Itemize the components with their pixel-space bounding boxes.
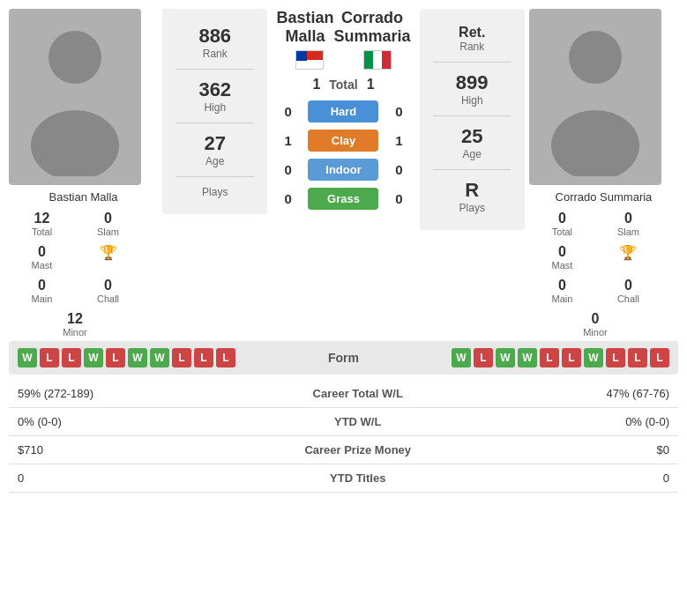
- titles-row: 0 YTD Titles 0: [9, 464, 678, 493]
- career-wl-right: 47% (67-76): [497, 380, 678, 408]
- player1-slam-cell: 0 Slam: [75, 207, 141, 241]
- total-right: 1: [367, 77, 375, 93]
- player2-slam: 0: [597, 211, 660, 226]
- player1-total-cell: 12 Total: [9, 207, 75, 241]
- main-container: Bastian Malla 12 Total 0 Slam 0 Mast 🏆: [0, 0, 687, 501]
- indoor-btn[interactable]: Indoor: [308, 159, 378, 181]
- player1-mast-cell: 0 Mast: [9, 241, 75, 274]
- career-wl-row: 59% (272-189) Career Total W/L 47% (67-7…: [9, 380, 678, 408]
- player1-slam: 0: [77, 211, 139, 226]
- flags-row: [276, 50, 410, 70]
- svg-point-3: [551, 110, 639, 176]
- player1-age-label: Age: [167, 155, 263, 167]
- player1-total: 12: [11, 211, 73, 226]
- prize-right: $0: [497, 436, 678, 464]
- surface-table: 0 Hard 0 1 Clay 1 0 Indoor: [276, 97, 410, 213]
- player1-plays-label: Plays: [167, 186, 263, 198]
- player1-high-block: 362 High: [167, 71, 263, 121]
- center-col: Bastian Malla Corrado Summaria 1 Total: [272, 9, 414, 213]
- career-wl-label: Career Total W/L: [219, 380, 497, 408]
- form-badge-l: L: [40, 348, 59, 367]
- player1-minor: 12: [44, 311, 107, 327]
- player2-mast-label: Mast: [531, 260, 594, 271]
- career-wl-left: 59% (272-189): [9, 380, 219, 408]
- titles-left: 0: [9, 464, 219, 493]
- player2-mid-stats: Ret. Rank 899 High 25 Age R Plays: [420, 9, 525, 230]
- player2-plays-block: R Plays: [424, 172, 520, 221]
- form-badge-w: W: [518, 348, 537, 367]
- player2-rank-block: Ret. Rank: [424, 18, 520, 60]
- player1-header-name: Bastian Malla: [276, 9, 333, 46]
- player1-chall-cell: 0 Chall: [75, 274, 141, 308]
- player1-high-label: High: [167, 101, 263, 114]
- player1-total-label: Total: [11, 226, 73, 237]
- indoor-right: 0: [390, 155, 410, 184]
- total-row: 1 Total 1: [276, 77, 410, 93]
- player2-minor: 0: [564, 311, 626, 327]
- total-label: Total: [329, 78, 357, 92]
- clay-btn[interactable]: Clay: [308, 130, 378, 152]
- form-badge-l: L: [474, 348, 493, 367]
- player2-total: 0: [531, 211, 594, 226]
- ytd-wl-left: 0% (0-0): [9, 408, 219, 436]
- player1-name: Bastian Malla: [9, 190, 158, 204]
- hard-btn[interactable]: Hard: [308, 100, 378, 122]
- grass-btn[interactable]: Grass: [308, 188, 378, 210]
- player2-mast: 0: [531, 244, 594, 260]
- form-badge-l: L: [628, 348, 647, 367]
- player2-chall-cell: 0 Chall: [595, 274, 661, 308]
- form-badge-l: L: [650, 348, 669, 367]
- stats-section: 59% (272-189) Career Total W/L 47% (67-7…: [9, 380, 678, 493]
- form-badge-w: W: [84, 348, 103, 367]
- player2-ret: Ret.: [424, 25, 520, 41]
- form-badge-l: L: [172, 348, 191, 367]
- player2-chall-label: Chall: [597, 293, 660, 304]
- player1-slam-label: Slam: [77, 226, 139, 237]
- player2-avatar: [529, 9, 661, 185]
- player2-main-cell: 0 Main: [529, 274, 595, 308]
- player2-age-label: Age: [424, 148, 520, 160]
- player1-rank-label: Rank: [167, 48, 263, 60]
- player2-form: WLWWLLWLLL: [452, 348, 669, 367]
- ytd-wl-right: 0% (0-0): [497, 408, 678, 436]
- player-names-header: Bastian Malla Corrado Summaria: [276, 9, 410, 46]
- clay-btn-cell: Clay: [297, 126, 390, 155]
- player2-age-value: 25: [424, 125, 520, 148]
- stats-table: 59% (272-189) Career Total W/L 47% (67-7…: [9, 380, 678, 493]
- ytd-wl-row: 0% (0-0) YTD W/L 0% (0-0): [9, 408, 678, 436]
- player1-mast: 0: [11, 244, 73, 260]
- grass-left: 0: [276, 184, 296, 213]
- player2-high-label: High: [424, 94, 520, 107]
- player1-mid-stats: 886 Rank 362 High 27 Age Plays: [162, 9, 267, 214]
- player1-card: Bastian Malla 12 Total 0 Slam 0 Mast 🏆: [9, 9, 158, 341]
- player2-stats: 0 Total 0 Slam 0 Mast 🏆 0 Main: [529, 207, 661, 341]
- player1-trophy-icon: 🏆: [100, 245, 117, 260]
- player1-stats: 12 Total 0 Slam 0 Mast 🏆 0 Main: [9, 207, 141, 341]
- player2-main-label: Main: [531, 293, 594, 304]
- form-label: Form: [328, 351, 359, 365]
- top-area: Bastian Malla 12 Total 0 Slam 0 Mast 🏆: [9, 9, 678, 341]
- form-badge-w: W: [584, 348, 603, 367]
- player1-trophy-cell: 🏆: [75, 241, 141, 274]
- player1-minor-cell: 12 Minor: [42, 308, 108, 341]
- player1-age-block: 27 Age: [167, 125, 263, 174]
- indoor-btn-cell: Indoor: [297, 155, 390, 184]
- player1-main: 0: [11, 278, 73, 293]
- surface-row-clay: 1 Clay 1: [276, 126, 410, 155]
- prize-row: $710 Career Prize Money $0: [9, 436, 678, 464]
- player2-card: Corrado Summaria 0 Total 0 Slam 0 Mast 🏆: [529, 9, 678, 341]
- clay-right: 1: [390, 126, 410, 155]
- player1-mast-label: Mast: [11, 260, 73, 271]
- player2-slam-label: Slam: [597, 226, 660, 237]
- player2-trophy-cell: 🏆: [595, 241, 661, 274]
- player2-flag: [363, 50, 392, 70]
- player1-avatar: [9, 9, 141, 185]
- player1-rank-value: 886: [167, 25, 263, 48]
- player2-rank-label: Rank: [424, 41, 520, 53]
- titles-label: YTD Titles: [219, 464, 497, 493]
- player1-rank-block: 886 Rank: [167, 18, 263, 67]
- player2-mast-cell: 0 Mast: [529, 241, 595, 274]
- player2-chall: 0: [597, 278, 660, 293]
- ytd-wl-label: YTD W/L: [219, 408, 497, 436]
- player1-header: Bastian Malla: [276, 9, 333, 46]
